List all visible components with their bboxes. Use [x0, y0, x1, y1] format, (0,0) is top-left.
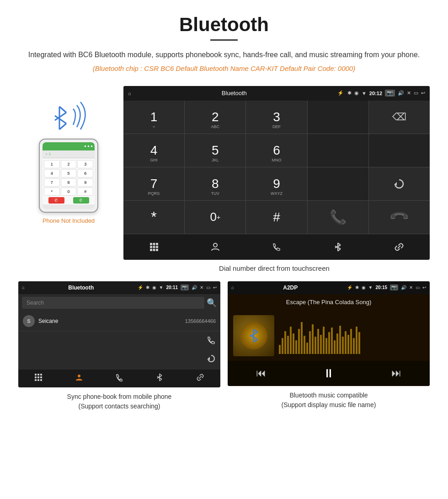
phone-key-6[interactable]: 6	[77, 169, 93, 177]
pb-window-icon[interactable]: ▭	[206, 285, 210, 290]
svg-rect-23	[37, 374, 39, 376]
pb-call-action-icon[interactable]	[207, 336, 216, 347]
dial-key-5[interactable]: 5JKL	[185, 134, 245, 167]
music-volume-icon[interactable]: 🔊	[401, 285, 406, 290]
dial-key-hash[interactable]: #	[246, 201, 307, 234]
phone-add-contact-label: 1	[49, 152, 51, 156]
phone-keypad: 1 2 3 4 5 6 7 8 9 * 0 # ✆	[43, 158, 95, 204]
title-section: Bluetooth Integrated with BC6 Bluetooth …	[0, 0, 448, 86]
dial-signal-icon: ▼	[362, 91, 367, 96]
dial-key-8[interactable]: 8TUV	[185, 167, 245, 200]
pb-nav-bluetooth[interactable]	[155, 373, 164, 384]
phone-key-star[interactable]: *	[44, 188, 60, 196]
music-usb-icon: ⚡	[347, 285, 352, 290]
dial-key-9[interactable]: 9WXYZ	[246, 167, 307, 200]
music-caption: Bluetooth music compatible(Support displ…	[282, 391, 376, 410]
phone-key-8[interactable]: 8	[61, 178, 77, 187]
dial-close-icon[interactable]: ✕	[407, 90, 411, 96]
dial-end-button[interactable]: 📞	[369, 201, 430, 234]
phone-bottom-bar	[43, 204, 95, 209]
dial-window-icon[interactable]: ▭	[414, 90, 418, 96]
svg-rect-12	[150, 249, 152, 251]
phone-key-4[interactable]: 4	[44, 169, 60, 177]
phone-contacts-bar: ＋1	[43, 150, 95, 158]
phone-call-button[interactable]: ✆	[73, 197, 89, 204]
call-red-icon: 📞	[388, 206, 410, 228]
phone-not-included-label: Phone Not Included	[43, 217, 95, 224]
pb-search-area: Search 🔍	[18, 294, 220, 311]
phonebook-half: ⌂ Bluetooth ⚡ ✱ ◉ ▼ 20:11 📷 🔊 ✕ ▭ ↩ Sear…	[18, 281, 220, 411]
pb-bt-icon: ✱	[146, 285, 149, 290]
dial-key-4[interactable]: 4GHI	[123, 134, 184, 167]
dialpad-grid: 1⌁ 2ABC 3DEF ⌫ 4GHI 5JKL 6MNO 7PQRS 8TUV…	[123, 101, 430, 234]
dial-bt-icon: ✱	[347, 90, 352, 96]
pb-search-icon[interactable]: 🔍	[207, 298, 217, 308]
phone-key-7[interactable]: 7	[44, 178, 60, 187]
dial-title: Bluetooth	[135, 90, 334, 97]
pb-refresh-icon[interactable]	[207, 354, 216, 365]
nav-phone-icon[interactable]	[267, 239, 286, 255]
music-statusbar: ⌂ A2DP ⚡ ✱ ◉ ▼ 20:15 📷 🔊 ✕ ▭ ↩	[228, 281, 430, 294]
music-title: A2DP	[237, 284, 344, 291]
dial-key-6[interactable]: 6MNO	[246, 134, 307, 167]
music-window-icon[interactable]: ▭	[416, 285, 420, 290]
pb-close-icon[interactable]: ✕	[200, 285, 203, 290]
dial-home-icon[interactable]: ⌂	[128, 91, 131, 96]
pb-usb-icon: ⚡	[138, 285, 143, 290]
pb-nav-phone[interactable]	[115, 373, 123, 384]
music-content-area	[228, 308, 430, 361]
music-time: 20:15	[375, 285, 387, 290]
music-home-icon[interactable]: ⌂	[231, 285, 234, 290]
bluetooth-nav-icon	[333, 242, 343, 252]
dial-key-star[interactable]: *	[123, 201, 184, 234]
music-album-art	[233, 315, 274, 356]
music-play-button[interactable]: ⏸	[323, 366, 335, 381]
phone-key-2[interactable]: 2	[61, 160, 77, 168]
pb-nav-keypad[interactable]	[34, 373, 43, 384]
music-album-inner	[240, 322, 267, 349]
dial-delete-button[interactable]: ⌫	[369, 101, 430, 134]
phone-key-5[interactable]: 5	[61, 169, 77, 177]
title-divider	[210, 39, 238, 41]
music-next-button[interactable]: ⏭	[391, 367, 401, 379]
dial-cell-empty-1	[308, 101, 368, 134]
dial-reload-button[interactable]	[369, 167, 430, 200]
dial-call-button[interactable]: 📞	[308, 201, 368, 234]
dial-back-icon[interactable]: ↩	[421, 90, 425, 96]
phone-end-button[interactable]: ✆	[48, 197, 64, 204]
dial-status-icons: ✱ ◉ ▼ 20:12 📷 🔊 ✕ ▭ ↩	[347, 90, 425, 97]
dial-key-0[interactable]: 0+	[185, 201, 245, 234]
phone-key-0[interactable]: 0	[61, 188, 77, 196]
pb-home-icon[interactable]: ⌂	[22, 285, 25, 290]
music-bar	[312, 324, 314, 354]
pb-nav-contacts[interactable]	[75, 373, 83, 384]
dial-key-2[interactable]: 2ABC	[185, 101, 245, 134]
phone-action-buttons: ✆ ✆	[44, 197, 93, 204]
nav-contacts-icon[interactable]	[206, 239, 224, 255]
pb-nav-link[interactable]	[196, 373, 204, 384]
pb-caption-line1: Sync phone-book from mobile phone(Suppor…	[67, 393, 172, 410]
reload-icon	[393, 177, 405, 190]
phone-key-3[interactable]: 3	[77, 160, 93, 168]
dial-key-1[interactable]: 1⌁	[123, 101, 184, 134]
dial-key-3[interactable]: 3DEF	[246, 101, 307, 134]
phone-key-9[interactable]: 9	[77, 178, 93, 187]
pb-volume-icon[interactable]: 🔊	[192, 285, 197, 290]
nav-keypad-icon[interactable]	[145, 239, 163, 255]
music-bar	[339, 326, 341, 354]
music-prev-button[interactable]: ⏮	[256, 367, 266, 379]
phone-key-hash[interactable]: #	[77, 188, 93, 196]
music-bar	[287, 336, 289, 354]
pb-back-icon[interactable]: ↩	[213, 285, 217, 290]
pb-bottom-nav	[18, 370, 220, 387]
dial-volume-icon[interactable]: 🔊	[398, 90, 404, 96]
nav-link-icon[interactable]	[390, 239, 408, 255]
music-half: ⌂ A2DP ⚡ ✱ ◉ ▼ 20:15 📷 🔊 ✕ ▭ ↩ Escape (T…	[228, 281, 430, 411]
music-back-icon[interactable]: ↩	[422, 285, 426, 290]
music-close-icon[interactable]: ✕	[409, 285, 413, 290]
phone-key-1[interactable]: 1	[44, 160, 60, 168]
pb-search-box[interactable]: Search	[22, 297, 204, 309]
music-gps-icon: ◉	[362, 285, 366, 290]
dial-key-7[interactable]: 7PQRS	[123, 167, 184, 200]
nav-bluetooth-icon[interactable]	[329, 239, 347, 255]
